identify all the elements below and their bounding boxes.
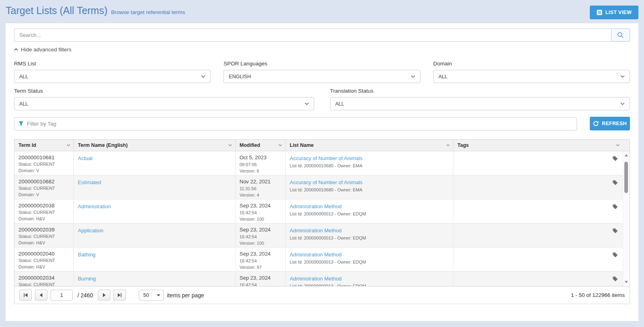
previous-page-button[interactable] <box>35 290 47 301</box>
list-view-button[interactable]: LIST VIEW <box>590 6 638 19</box>
table-header: Term Id Term Name (English) Modified Lis… <box>14 140 630 151</box>
scrollbar-thumb[interactable] <box>624 162 628 193</box>
table-body: 200000010681 Status: CURRENT Domain: V A… <box>14 151 623 286</box>
list-name-cell: Administration Method List Id: 200000000… <box>286 199 453 223</box>
modified-time: 16:42:54 <box>240 234 281 239</box>
term-id-cell: 200000002034 Status: CURRENT <box>14 272 74 286</box>
term-status: Status: CURRENT <box>18 282 69 286</box>
column-header-list-name[interactable]: List Name <box>286 140 453 151</box>
refresh-label: REFRESH <box>602 121 627 126</box>
column-header-term-id[interactable]: Term Id <box>14 140 74 151</box>
list-name-cell: Administration Method List Id: 200000000… <box>286 223 453 247</box>
tag-icon[interactable] <box>612 252 618 258</box>
term-id-cell: 200000010682 Status: CURRENT Domain: V <box>14 175 74 199</box>
column-menu-chevron-icon[interactable] <box>67 144 70 146</box>
chevron-up-icon <box>14 48 18 51</box>
rms-list-dropdown[interactable]: ALL <box>14 70 211 83</box>
filter-term-status: Term Status ALL <box>14 88 314 110</box>
items-range-label: 1 - 50 of 122966 items <box>571 292 625 298</box>
first-page-button[interactable] <box>19 290 32 301</box>
chevron-down-icon <box>620 75 625 78</box>
term-name-cell: Actual <box>74 151 236 175</box>
hide-advanced-filters-toggle[interactable]: Hide advanced filters <box>14 47 71 53</box>
list-info: List Id: 200000000013 - Owner: EDQM <box>290 284 449 286</box>
term-name-link[interactable]: Actual <box>78 155 92 161</box>
tag-icon[interactable] <box>612 156 618 161</box>
page-size-select[interactable]: 50 <box>139 290 164 301</box>
tag-icon[interactable] <box>612 276 618 282</box>
column-menu-chevron-icon[interactable] <box>228 144 232 146</box>
list-name-link[interactable]: Administration Method <box>290 227 341 234</box>
search-row <box>14 28 630 42</box>
tag-filter-row: REFRESH <box>14 117 630 130</box>
column-header-modified[interactable]: Modified <box>236 140 286 151</box>
modified-time: 16:42:54 <box>240 282 281 286</box>
spor-languages-dropdown[interactable]: ENGLISH <box>223 70 420 83</box>
scroll-up-arrow-icon[interactable] <box>623 152 630 158</box>
filter-spor-languages: SPOR Languages ENGLISH <box>223 61 420 83</box>
term-version: Version: 100 <box>240 217 281 221</box>
tag-filter-input[interactable] <box>27 121 573 127</box>
list-name-cell: Accuracy of Number of Animals List Id: 2… <box>286 151 453 175</box>
page-header: Target Lists (All Terms) Browse target r… <box>0 0 644 23</box>
modified-time: 16:42:54 <box>240 258 281 263</box>
modified-time: 11:31:56 <box>240 186 281 191</box>
total-pages-label: / 2460 <box>77 292 93 299</box>
term-id: 200000002038 <box>18 203 69 209</box>
modified-cell: Sep 23, 2024 16:42:54 Version: 100 <box>236 223 286 247</box>
dropdown-value: ALL <box>19 101 28 107</box>
term-status-dropdown[interactable]: ALL <box>14 97 314 110</box>
search-input[interactable] <box>14 28 611 42</box>
term-name-link[interactable]: Bathing <box>78 252 95 258</box>
term-domain: Domain: H&V <box>18 264 69 269</box>
modified-date: Sep 23, 2024 <box>240 251 281 257</box>
translation-status-dropdown[interactable]: ALL <box>330 97 630 110</box>
term-id-cell: 200000002038 Status: CURRENT Domain: H&V <box>14 199 74 223</box>
term-name-link[interactable]: Application <box>78 227 104 234</box>
last-page-button[interactable] <box>114 290 126 301</box>
table-row: 200000010682 Status: CURRENT Domain: V E… <box>14 175 623 199</box>
column-menu-chevron-icon[interactable] <box>616 144 620 146</box>
list-info: List Id: 200000000013 - Owner: EDQM <box>290 260 449 264</box>
term-name-cell: Application <box>74 223 236 247</box>
next-page-button[interactable] <box>98 290 110 301</box>
table-row: 200000002034 Status: CURRENT Burning Sep… <box>14 272 623 286</box>
column-header-tags[interactable]: Tags <box>453 140 623 151</box>
tags-cell <box>453 272 623 286</box>
term-domain: Domain: H&V <box>18 216 69 221</box>
domain-dropdown[interactable]: ALL <box>433 70 630 83</box>
list-name-link[interactable]: Accuracy of Number of Animals <box>290 179 362 185</box>
page-subtitle: Browse target referential terms <box>111 9 185 15</box>
modified-time: 09:07:05 <box>240 162 281 167</box>
filter-label: SPOR Languages <box>223 61 420 67</box>
scroll-down-arrow-icon[interactable] <box>623 279 630 285</box>
list-name-link[interactable]: Administration Method <box>290 276 341 282</box>
list-info: List Id: 200000000013 - Owner: EDQM <box>290 211 449 216</box>
refresh-button[interactable]: REFRESH <box>590 117 630 130</box>
term-id: 200000010681 <box>18 154 69 160</box>
list-info: List Id: 200000010680 - Owner: EMA <box>290 163 449 168</box>
term-version: Version: 100 <box>240 241 281 246</box>
term-name-link[interactable]: Administration <box>78 203 111 209</box>
list-name-link[interactable]: Accuracy of Number of Animals <box>290 155 362 161</box>
tag-icon[interactable] <box>612 228 618 234</box>
select-caret-icon <box>156 294 160 297</box>
term-name-link[interactable]: Estimated <box>78 179 101 185</box>
term-status: Status: CURRENT <box>18 258 69 263</box>
list-name-link[interactable]: Administration Method <box>290 203 341 209</box>
tag-icon[interactable] <box>612 180 618 185</box>
list-info: List Id: 200000000013 - Owner: EDQM <box>290 236 449 240</box>
column-header-term-name[interactable]: Term Name (English) <box>74 140 236 151</box>
modified-cell: Sep 23, 2024 16:42:54 Version: 97 <box>236 248 286 271</box>
term-name-link[interactable]: Burning <box>78 276 96 282</box>
column-menu-chevron-icon[interactable] <box>446 144 450 146</box>
tag-icon[interactable] <box>612 204 618 209</box>
search-button[interactable] <box>611 28 630 42</box>
tags-cell <box>453 248 623 271</box>
page-number-input[interactable] <box>51 290 73 301</box>
vertical-scrollbar[interactable] <box>623 151 630 286</box>
term-id-cell: 200000002040 Status: CURRENT Domain: H&V <box>14 248 74 271</box>
list-name-link[interactable]: Administration Method <box>290 252 341 258</box>
dropdown-value: ALL <box>335 101 344 107</box>
column-menu-chevron-icon[interactable] <box>278 144 282 146</box>
